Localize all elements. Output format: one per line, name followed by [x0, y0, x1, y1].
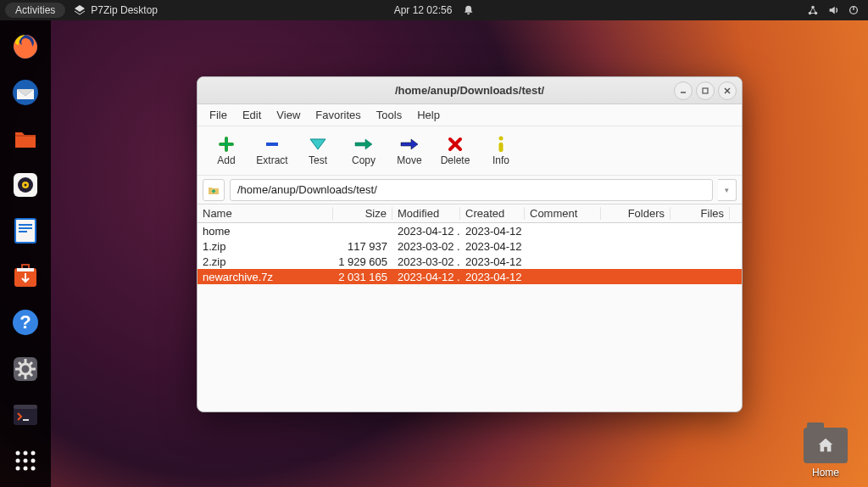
col-created[interactable]: Created — [460, 207, 525, 220]
activities-button[interactable]: Activities — [5, 3, 65, 18]
copy-arrow-icon — [353, 137, 374, 151]
close-button[interactable] — [718, 81, 737, 100]
svg-rect-17 — [17, 268, 34, 271]
folder-up-icon — [207, 183, 220, 197]
app-icon — [74, 4, 86, 16]
test-button[interactable]: Test — [301, 136, 335, 166]
file-row[interactable]: 1.zip117 9372023-03-02 ...2023-04-12 ... — [198, 238, 742, 254]
volume-icon[interactable] — [827, 4, 839, 16]
info-button[interactable]: Info — [484, 136, 518, 166]
menu-favorites[interactable]: Favorites — [309, 106, 367, 124]
file-list: home2023-04-12 ...2023-04-12 ...1.zip117… — [198, 223, 742, 284]
app-menu[interactable]: P7Zip Desktop — [74, 4, 158, 16]
menubar: File Edit View Favorites Tools Help — [198, 104, 742, 126]
cell-modified: 2023-03-02 ... — [392, 240, 460, 253]
minus-icon — [264, 139, 281, 149]
extract-button[interactable]: Extract — [255, 136, 289, 166]
desktop-home-folder[interactable]: Home — [798, 428, 853, 479]
path-dropdown[interactable]: ▾ — [718, 179, 737, 201]
plus-icon — [218, 136, 235, 153]
dock-rhythmbox[interactable] — [7, 167, 44, 203]
cell-name: newarchive.7z — [198, 271, 333, 283]
cell-modified: 2023-04-12 ... — [392, 225, 460, 238]
dock-software[interactable] — [7, 259, 44, 294]
dock-thunderbird[interactable] — [7, 75, 44, 110]
cell-modified: 2023-04-12 ... — [392, 271, 460, 283]
cell-created: 2023-04-12 ... — [460, 225, 525, 238]
delete-button[interactable]: Delete — [438, 136, 472, 166]
delete-icon — [448, 137, 463, 152]
svg-rect-14 — [19, 227, 32, 229]
cell-size: 117 937 — [333, 240, 392, 253]
clock[interactable]: Apr 12 02:56 — [394, 4, 453, 16]
file-row[interactable]: 2.zip1 929 6052023-03-02 ...2023-04-12 .… — [198, 254, 742, 269]
svg-line-29 — [19, 373, 21, 376]
col-name[interactable]: Name — [198, 207, 333, 220]
menu-tools[interactable]: Tools — [370, 106, 409, 124]
info-icon — [495, 136, 507, 153]
dock-terminal[interactable] — [7, 397, 44, 433]
svg-rect-46 — [499, 143, 504, 152]
cell-size: 1 929 605 — [333, 255, 392, 268]
cell-name: home — [198, 225, 333, 238]
svg-point-41 — [31, 466, 36, 470]
col-modified[interactable]: Modified — [392, 207, 460, 220]
power-icon[interactable] — [848, 4, 860, 16]
desktop-home-label: Home — [798, 467, 853, 479]
col-comment[interactable]: Comment — [525, 207, 601, 220]
svg-point-38 — [31, 458, 36, 462]
menu-file[interactable]: File — [203, 106, 234, 124]
copy-button[interactable]: Copy — [347, 136, 381, 166]
menu-view[interactable]: View — [270, 106, 307, 124]
dock-show-apps[interactable] — [7, 443, 44, 479]
menu-edit[interactable]: Edit — [236, 106, 268, 124]
svg-point-36 — [16, 458, 20, 462]
svg-rect-15 — [19, 231, 27, 232]
pathbar: /home/anup/Downloads/test/ ▾ — [198, 176, 742, 204]
file-row[interactable]: home2023-04-12 ...2023-04-12 ... — [198, 223, 742, 238]
svg-text:?: ? — [19, 311, 31, 333]
svg-point-34 — [24, 451, 28, 455]
column-headers: Name Size Modified Created Comment Folde… — [198, 204, 742, 223]
home-icon — [816, 436, 835, 455]
dock-help[interactable]: ? — [7, 305, 44, 340]
dock-files[interactable] — [7, 120, 44, 156]
cell-size: 2 031 165 — [333, 271, 392, 283]
svg-line-27 — [30, 373, 32, 376]
cell-name: 1.zip — [198, 240, 333, 253]
window-title: /home/anup/Downloads/test/ — [198, 84, 742, 97]
notification-icon[interactable] — [462, 4, 474, 16]
col-size[interactable]: Size — [333, 207, 392, 220]
cell-name: 2.zip — [198, 255, 333, 268]
col-files[interactable]: Files — [670, 207, 730, 220]
move-arrow-icon — [399, 137, 420, 151]
cell-created: 2023-04-12 ... — [460, 271, 525, 283]
up-button[interactable] — [203, 179, 225, 201]
add-button[interactable]: Add — [209, 136, 243, 166]
network-icon[interactable] — [807, 4, 819, 16]
gnome-topbar: Activities P7Zip Desktop Apr 12 02:56 — [0, 0, 868, 20]
cell-created: 2023-04-12 ... — [460, 240, 525, 253]
path-input[interactable]: /home/anup/Downloads/test/ — [230, 179, 713, 201]
titlebar[interactable]: /home/anup/Downloads/test/ — [198, 77, 742, 104]
move-button[interactable]: Move — [392, 136, 426, 166]
svg-line-26 — [19, 362, 21, 365]
cell-created: 2023-04-12 ... — [460, 255, 525, 268]
svg-rect-43 — [703, 88, 708, 93]
cell-modified: 2023-03-02 ... — [392, 255, 460, 268]
svg-point-33 — [16, 451, 20, 455]
file-row[interactable]: newarchive.7z2 031 1652023-04-12 ...2023… — [198, 269, 742, 284]
minimize-button[interactable] — [674, 81, 693, 100]
dock-settings[interactable] — [7, 350, 44, 386]
svg-line-28 — [30, 362, 32, 365]
svg-rect-13 — [19, 224, 32, 226]
menu-help[interactable]: Help — [410, 106, 447, 124]
svg-point-10 — [25, 183, 27, 186]
maximize-button[interactable] — [696, 81, 715, 100]
svg-point-35 — [31, 451, 36, 455]
svg-point-45 — [499, 136, 504, 140]
dock-firefox[interactable] — [7, 29, 44, 64]
col-folders[interactable]: Folders — [601, 207, 670, 220]
toolbar: Add Extract Test Copy Move Delete Info — [198, 126, 742, 176]
dock-writer[interactable] — [7, 213, 44, 249]
